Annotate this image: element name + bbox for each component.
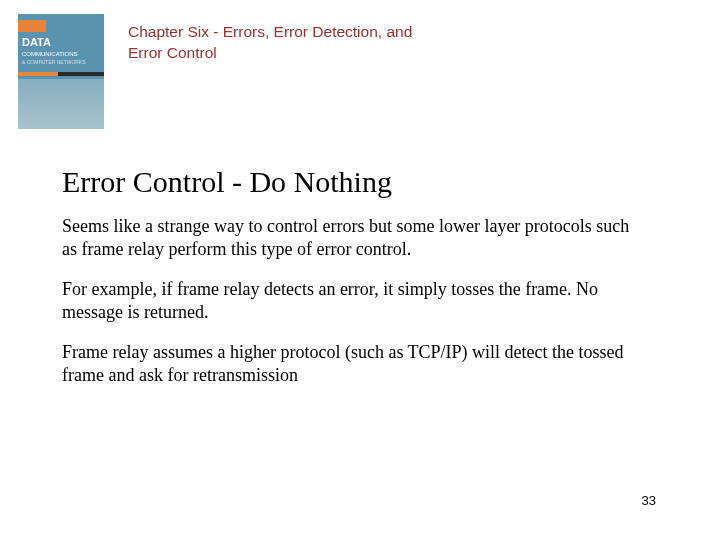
book-cover-thumbnail: DATA COMMUNICATIONS & COMPUTER NETWORKS bbox=[18, 14, 104, 129]
slide-title: Error Control - Do Nothing bbox=[62, 165, 658, 199]
slide-content: Error Control - Do Nothing Seems like a … bbox=[0, 129, 720, 386]
body-paragraph: Frame relay assumes a higher protocol (s… bbox=[62, 341, 642, 386]
slide-header: DATA COMMUNICATIONS & COMPUTER NETWORKS … bbox=[0, 0, 720, 129]
cover-title-line3: & COMPUTER NETWORKS bbox=[22, 59, 86, 65]
body-paragraph: For example, if frame relay detects an e… bbox=[62, 278, 642, 323]
cover-title-line2: COMMUNICATIONS bbox=[22, 51, 78, 57]
page-number: 33 bbox=[642, 493, 656, 508]
chapter-title: Chapter Six - Errors, Error Detection, a… bbox=[128, 14, 418, 64]
cover-title-line1: DATA bbox=[22, 36, 51, 48]
body-paragraph: Seems like a strange way to control erro… bbox=[62, 215, 642, 260]
